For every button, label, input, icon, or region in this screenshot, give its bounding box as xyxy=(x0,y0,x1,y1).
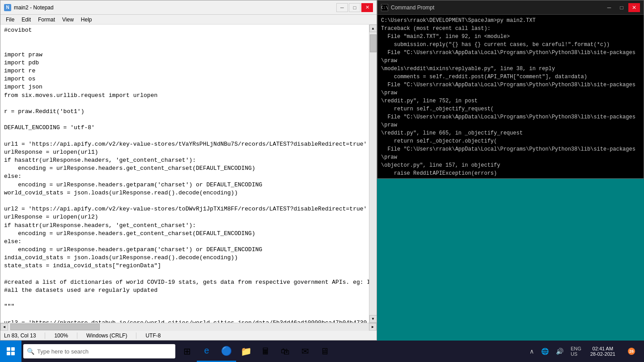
notepad-window: N main2 - Notepad ─ □ ✕ File Edit Format… xyxy=(0,0,377,341)
notepad-cursor-position: Ln 83, Col 13 xyxy=(4,333,45,339)
cmd-window-icon: C:\ xyxy=(381,4,388,11)
notepad-scrollbar[interactable]: ▲ ▼ xyxy=(369,25,377,323)
windows-logo-icon xyxy=(7,347,15,355)
cmd-title: Command Prompt xyxy=(391,4,434,11)
search-placeholder-text: Type here to search xyxy=(37,348,89,355)
screen-icon: 🖥 xyxy=(320,346,329,357)
notepad-menubar: File Edit Format View Help xyxy=(0,15,377,25)
notepad-menu-edit[interactable]: Edit xyxy=(18,16,34,24)
explorer-icon: 📁 xyxy=(241,346,252,357)
region-indicator: US xyxy=(571,351,577,357)
notepad-statusbar: Ln 83, Col 13 100% Windows (CRLF) UTF-8 xyxy=(0,330,377,340)
taskbar-app-calculator[interactable]: 🖩 xyxy=(256,341,275,362)
notepad-line-ending: Windows (CRLF) xyxy=(86,333,136,339)
network-icon[interactable]: 🌐 xyxy=(539,348,551,355)
taskbar-app-store[interactable]: 🛍 xyxy=(275,341,295,362)
chevron-up-icon[interactable]: ∧ xyxy=(528,348,536,355)
notepad-menu-format[interactable]: Format xyxy=(34,16,59,24)
edge-icon: e xyxy=(204,345,209,356)
taskbar-search-box[interactable]: 🔍 Type here to search xyxy=(23,344,175,358)
notepad-window-icon: N xyxy=(4,4,11,11)
hscroll-track[interactable] xyxy=(8,323,369,331)
notepad-menu-file[interactable]: File xyxy=(2,16,18,24)
taskbar-app-mail[interactable]: ✉ xyxy=(295,341,315,362)
notepad-menu-view[interactable]: View xyxy=(59,16,77,24)
taskbar-app-screen[interactable]: 🖥 xyxy=(315,341,335,362)
taskbar-app-taskview[interactable]: ⊞ xyxy=(177,341,197,362)
hscroll-left-arrow[interactable]: ◄ xyxy=(0,323,8,331)
chrome-icon: 🔵 xyxy=(221,345,232,356)
scroll-down-arrow[interactable]: ▼ xyxy=(369,315,377,323)
keyboard-layout-label[interactable]: ENG US xyxy=(569,346,583,357)
start-button[interactable] xyxy=(0,341,21,362)
store-icon: 🛍 xyxy=(281,346,290,357)
notepad-menu-help[interactable]: Help xyxy=(77,16,96,24)
notepad-controls: ─ □ ✕ xyxy=(336,3,373,12)
scroll-track[interactable] xyxy=(369,32,377,315)
taskbar-tray: ∧ 🌐 🔊 ENG US 02:41 AM 28-02-2021 26 xyxy=(524,341,644,362)
notepad-close-button[interactable]: ✕ xyxy=(361,3,373,12)
notepad-zoom: 100% xyxy=(54,333,77,339)
notepad-hscrollbar[interactable]: ◄ ► xyxy=(0,323,377,330)
language-indicator: ENG xyxy=(571,346,581,351)
notepad-minimize-button[interactable]: ─ xyxy=(336,3,348,12)
hscroll-right-arrow[interactable]: ► xyxy=(369,323,377,331)
scroll-up-arrow[interactable]: ▲ xyxy=(369,25,377,32)
notification-button[interactable]: 26 xyxy=(623,341,640,362)
cmd-window: C:\ Command Prompt ─ □ ✕ C:\Users\rraok\… xyxy=(377,0,644,179)
desktop: N main2 - Notepad ─ □ ✕ File Edit Format… xyxy=(0,0,644,341)
cmd-controls: ─ □ ✕ xyxy=(603,3,640,12)
taskbar-pinned-apps: ⊞ e 🔵 📁 🖩 🛍 ✉ 🖥 xyxy=(177,341,335,362)
notepad-maximize-button[interactable]: □ xyxy=(349,3,360,12)
taskbar-app-edge[interactable]: e xyxy=(197,341,216,362)
calculator-icon: 🖩 xyxy=(261,346,270,357)
cmd-titlebar-left: C:\ Command Prompt xyxy=(381,4,434,11)
cmd-maximize-button[interactable]: □ xyxy=(616,3,627,12)
search-icon: 🔍 xyxy=(27,348,34,355)
titlebar-left: N main2 - Notepad xyxy=(4,4,54,11)
cmd-minimize-button[interactable]: ─ xyxy=(603,3,615,12)
clock-date: 28-02-2021 xyxy=(590,351,615,357)
cmd-titlebar: C:\ Command Prompt ─ □ ✕ xyxy=(377,0,644,15)
clock-time: 02:41 AM xyxy=(593,346,613,351)
taskbar-app-chrome[interactable]: 🔵 xyxy=(216,341,236,362)
taskbar-app-explorer[interactable]: 📁 xyxy=(236,341,256,362)
mail-icon: ✉ xyxy=(301,346,309,357)
taskbar: 🔍 Type here to search ⊞ e 🔵 📁 🖩 🛍 ✉ 🖥 xyxy=(0,341,644,362)
cmd-content[interactable]: C:\Users\rraok\DEVELOPMENT\SpaceJam>py m… xyxy=(377,15,644,178)
notification-badge: 26 xyxy=(628,348,635,355)
notepad-titlebar: N main2 - Notepad ─ □ ✕ xyxy=(0,0,377,15)
speaker-icon[interactable]: 🔊 xyxy=(554,348,565,355)
notepad-title: main2 - Notepad xyxy=(14,4,54,11)
tray-clock[interactable]: 02:41 AM 28-02-2021 xyxy=(587,346,619,357)
cmd-close-button[interactable]: ✕ xyxy=(628,3,640,12)
notepad-content-area: #covibot import praw import pdb import r… xyxy=(0,25,377,323)
scroll-thumb[interactable] xyxy=(370,34,377,52)
hscroll-thumb[interactable] xyxy=(10,324,100,330)
notepad-editor[interactable]: #covibot import praw import pdb import r… xyxy=(0,25,369,323)
notepad-encoding: UTF-8 xyxy=(145,333,169,339)
taskview-icon: ⊞ xyxy=(183,346,191,357)
